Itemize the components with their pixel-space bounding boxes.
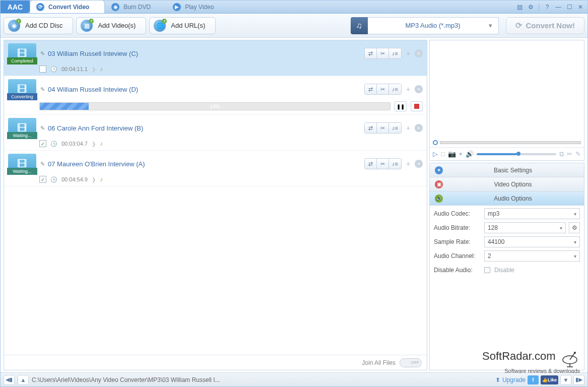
disable-audio-checkbox[interactable]	[484, 267, 490, 273]
volume-icon[interactable]: 🔊	[466, 150, 474, 158]
add-icon[interactable]: +	[404, 159, 413, 168]
audio-bitrate-label: Audio Bitrate:	[434, 224, 481, 231]
pause-button[interactable]: ❚❚	[395, 101, 407, 111]
down-button[interactable]: ▼	[560, 375, 571, 385]
output-format-select[interactable]: MP3 Audio (*.mp3)	[368, 17, 499, 34]
titlebar: AAC ⟳ Convert Video ◉ Burn DVD ▶ Play Vi…	[1, 1, 587, 14]
next-button[interactable]: ▮▶	[573, 375, 584, 385]
statusbar: ◀▮ ▲ C:\Users\Ariel\Videos\Any Video Con…	[1, 372, 587, 386]
accordion-audio-options[interactable]: 🔊 Audio Options	[430, 191, 584, 206]
bitrate-gear-icon[interactable]: ⚙	[569, 222, 580, 233]
preferences-icon[interactable]: ▤	[514, 3, 525, 12]
audio-codec-label: Audio Codec:	[434, 210, 481, 217]
audio-channel-select[interactable]: 2	[484, 250, 580, 262]
list-icon[interactable]: ♪≡	[389, 48, 401, 58]
add-cd-disc-button[interactable]: ◉+ Add CD Disc	[4, 17, 73, 34]
cut-icon[interactable]: ✂	[377, 48, 389, 58]
facebook-like-icon[interactable]: 👍 Like	[541, 375, 558, 384]
app-logo: AAC	[1, 1, 30, 13]
file-title[interactable]: 07 Maureen O'Brien Interview (A)	[48, 160, 145, 168]
maximize-icon[interactable]: ☐	[564, 3, 574, 12]
crop-icon[interactable]: ⧉	[559, 150, 564, 158]
remove-icon[interactable]: ×	[415, 49, 423, 57]
twitter-icon[interactable]: t	[528, 375, 539, 384]
prev-button[interactable]: ◀▮	[4, 375, 15, 385]
convert-now-button[interactable]: ⟳ Convert Now!	[506, 17, 585, 34]
file-title[interactable]: 04 William Russell Inteview (D)	[48, 86, 138, 93]
tab-burn-dvd[interactable]: ◉ Burn DVD	[105, 0, 166, 13]
file-row[interactable]: 🎞 Completed ✎ 03 William Russell Intevie…	[4, 40, 427, 76]
toolbar: ◉+ Add CD Disc ▦+ Add Video(s) 🌐+ Add UR…	[1, 14, 587, 38]
status-badge: Waiting...	[7, 132, 37, 139]
gear-icon[interactable]: ⚙	[526, 3, 536, 12]
music-note-icon: ♪	[100, 176, 103, 183]
preview-play-icon[interactable]: ▷	[433, 150, 438, 158]
up-button[interactable]: ▲	[18, 375, 29, 385]
disable-audio-text: Disable	[494, 267, 514, 274]
scrubber[interactable]	[430, 138, 584, 147]
edit-icon[interactable]: ✎	[40, 86, 45, 93]
accordion-label: Video Options	[447, 181, 579, 188]
add-videos-button[interactable]: ▦+ Add Video(s)	[76, 17, 146, 34]
add-icon[interactable]: +	[404, 85, 413, 94]
preview-stop-icon[interactable]: □	[441, 150, 445, 158]
add-urls-button[interactable]: 🌐+ Add URL(s)	[149, 17, 216, 34]
join-files-toggle[interactable]: OFF	[400, 358, 422, 367]
file-row[interactable]: 🎞 Converting ✎ 04 William Russell Intevi…	[4, 76, 427, 115]
preview-controls: ▷ □ 📷 ▾ 🔊 ⧉ ✂ ✎	[430, 147, 584, 160]
remove-icon[interactable]: ×	[415, 124, 423, 132]
video-icon: ▣	[435, 180, 443, 188]
file-checkbox[interactable]: ✓	[39, 176, 46, 183]
remove-icon[interactable]: ×	[415, 85, 423, 93]
preview-pane: ▷ □ 📷 ▾ 🔊 ⧉ ✂ ✎	[429, 40, 584, 161]
tab-play-video[interactable]: ▶ Play Video	[166, 0, 229, 13]
snapshot-icon[interactable]: 📷	[448, 150, 456, 158]
edit-icon[interactable]: ✎	[40, 125, 45, 132]
cut-icon[interactable]: ✂	[377, 84, 389, 94]
list-icon[interactable]: ♪≡	[389, 159, 401, 169]
accordion-label: Audio Options	[447, 195, 579, 202]
audio-codec-select[interactable]: mp3	[484, 208, 580, 219]
file-title[interactable]: 06 Carole Ann Ford Interview (B)	[48, 124, 143, 132]
accordion-basic-settings[interactable]: ✦ Basic Settings	[430, 163, 584, 177]
sample-rate-select[interactable]: 44100	[484, 236, 580, 247]
add-icon[interactable]: +	[404, 123, 413, 133]
effects-icon[interactable]: ✎	[575, 150, 581, 158]
volume-slider[interactable]	[477, 153, 556, 155]
file-checkbox[interactable]	[39, 66, 46, 73]
remove-icon[interactable]: ×	[415, 160, 423, 168]
tab-convert-video[interactable]: ⟳ Convert Video	[30, 0, 105, 13]
chevron-right-icon: ❯	[92, 141, 96, 147]
join-all-files-label: Join All Files	[362, 359, 396, 366]
cut-icon[interactable]: ✂	[377, 159, 389, 169]
swap-icon[interactable]: ⇄	[365, 84, 377, 94]
edit-icon[interactable]: ✎	[40, 161, 45, 167]
minimize-icon[interactable]: —	[553, 3, 563, 12]
file-row[interactable]: 🎞 Waiting... ✎ 06 Carole Ann Ford Interv…	[4, 115, 427, 151]
file-row[interactable]: 🎞 Waiting... ✎ 07 Maureen O'Brien Interv…	[4, 151, 427, 186]
file-title[interactable]: 03 William Russell Inteview (C)	[48, 50, 138, 57]
music-icon: ♫	[351, 17, 368, 34]
accordion-video-options[interactable]: ▣ Video Options	[430, 177, 584, 191]
edit-icon[interactable]: ✎	[40, 50, 45, 57]
duration: 00:03:04.7	[61, 141, 88, 147]
tabs: ⟳ Convert Video ◉ Burn DVD ▶ Play Video	[30, 1, 512, 13]
audio-options-body: Audio Codec: mp3 Audio Bitrate: 128 ⚙ Sa…	[430, 206, 584, 278]
close-icon[interactable]: ✕	[575, 3, 585, 12]
swap-icon[interactable]: ⇄	[365, 159, 377, 169]
cut-icon[interactable]: ✂	[567, 150, 572, 158]
chevron-down-icon[interactable]: ▾	[459, 150, 463, 158]
file-checkbox[interactable]: ✓	[39, 140, 46, 147]
list-icon[interactable]: ♪≡	[389, 84, 401, 94]
swap-icon[interactable]: ⇄	[365, 123, 377, 133]
file-thumbnail: 🎞 Waiting...	[8, 118, 36, 138]
swap-icon[interactable]: ⇄	[365, 48, 377, 58]
help-icon[interactable]: ?	[542, 3, 552, 12]
audio-bitrate-select[interactable]: 128	[484, 222, 566, 233]
stop-button[interactable]	[411, 101, 423, 111]
cut-icon[interactable]: ✂	[377, 123, 389, 133]
upgrade-link[interactable]: ⬆ Upgrade	[495, 376, 526, 383]
list-icon[interactable]: ♪≡	[389, 123, 401, 133]
globe-icon: 🌐+	[154, 20, 166, 32]
add-icon[interactable]: +	[404, 49, 413, 58]
